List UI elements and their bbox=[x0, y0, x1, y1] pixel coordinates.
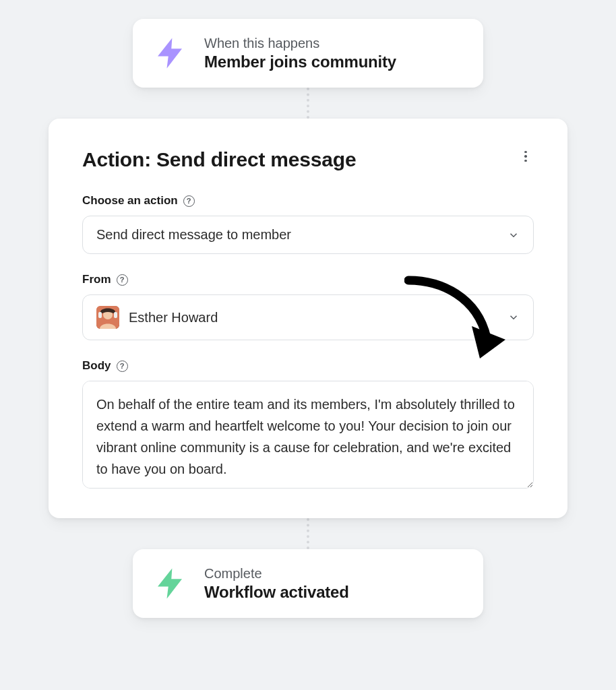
from-label: From bbox=[82, 273, 111, 286]
body-label: Body bbox=[82, 359, 111, 373]
choose-action-value: Send direct message to member bbox=[96, 227, 291, 243]
chevron-down-icon bbox=[507, 229, 520, 241]
complete-text: Complete Workflow activated bbox=[204, 566, 349, 602]
chevron-down-icon bbox=[507, 311, 520, 323]
from-select[interactable]: Esther Howard bbox=[82, 294, 534, 340]
help-icon[interactable]: ? bbox=[117, 360, 128, 372]
svg-rect-3 bbox=[114, 312, 117, 318]
complete-card[interactable]: Complete Workflow activated bbox=[133, 549, 483, 618]
svg-rect-2 bbox=[98, 312, 102, 318]
bolt-icon bbox=[152, 565, 188, 602]
trigger-card[interactable]: When this happens Member joins community bbox=[133, 19, 483, 88]
body-textarea[interactable] bbox=[82, 381, 534, 489]
choose-action-select[interactable]: Send direct message to member bbox=[82, 216, 534, 254]
from-field: From ? Esther Howard bbox=[82, 273, 534, 340]
complete-label: Complete bbox=[204, 566, 349, 582]
help-icon[interactable]: ? bbox=[183, 195, 195, 207]
trigger-value: Member joins community bbox=[204, 53, 396, 71]
complete-value: Workflow activated bbox=[204, 583, 349, 602]
avatar bbox=[96, 306, 119, 329]
action-card: Action: Send direct message Choose an ac… bbox=[49, 119, 567, 518]
bolt-icon bbox=[152, 35, 188, 71]
help-icon[interactable]: ? bbox=[117, 274, 128, 286]
choose-action-field: Choose an action ? Send direct message t… bbox=[82, 194, 534, 254]
more-icon[interactable] bbox=[518, 148, 534, 164]
choose-action-label: Choose an action bbox=[82, 194, 178, 208]
workflow-canvas: When this happens Member joins community… bbox=[0, 0, 616, 690]
trigger-label: When this happens bbox=[204, 36, 396, 51]
trigger-text: When this happens Member joins community bbox=[204, 36, 396, 71]
from-value: Esther Howard bbox=[129, 310, 218, 325]
connector-line bbox=[307, 88, 309, 119]
action-title: Action: Send direct message bbox=[82, 148, 356, 171]
body-field: Body ? bbox=[82, 359, 534, 491]
connector-line bbox=[307, 518, 309, 549]
